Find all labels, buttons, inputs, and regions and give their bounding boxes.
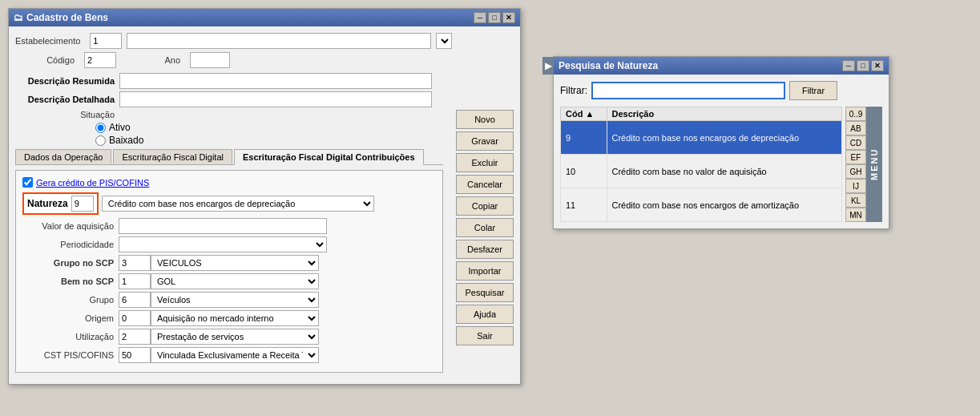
origem-num[interactable] (119, 310, 151, 326)
grupo-num[interactable] (119, 292, 151, 308)
natureza-row: Natureza Crédito com base nos encargos d… (22, 192, 436, 215)
letter-ab[interactable]: AB (845, 121, 866, 135)
desc-resumida-input[interactable]: VEÍCULO UTILITÁRIO (119, 73, 432, 89)
table-row[interactable]: 9 Crédito com base nos encargos de depre… (561, 121, 842, 155)
radio-group: Ativo Baixado (95, 122, 443, 146)
cancelar-btn[interactable]: Cancelar (456, 175, 514, 194)
grupo-row: Grupo Veículos (22, 292, 436, 308)
tab-dados-operacao[interactable]: Dados da Operação (15, 149, 111, 164)
letter-ij[interactable]: IJ (845, 179, 866, 193)
tab-efd[interactable]: Escrituração Fiscal Digital (113, 149, 232, 164)
code-input[interactable] (84, 52, 116, 68)
grupo-scp-row: Grupo no SCP VEICULOS (22, 255, 436, 271)
excluir-btn[interactable]: Excluir (456, 153, 514, 172)
table-area: Cód ▲ Descrição 9 Crédito com base nos e… (560, 107, 882, 222)
grupo-scp-label: Grupo no SCP (22, 258, 119, 268)
table-row[interactable]: 11 Crédito com base nos encargos de amor… (561, 188, 842, 222)
natureza-select[interactable]: Crédito com base nos encargos de depreci… (102, 196, 374, 212)
cst-num[interactable] (119, 347, 151, 363)
row-cod: 11 (561, 188, 607, 222)
table-row[interactable]: 10 Crédito com base no valor de aquisiçã… (561, 155, 842, 188)
copiar-btn[interactable]: Copiar (456, 196, 514, 216)
year-label: Ano (121, 55, 185, 65)
code-row: Código Ano 2006 (15, 52, 514, 68)
natureza-label: Natureza (27, 198, 68, 209)
search-title-bar: Pesquisa de Natureza ─ □ ✕ (554, 57, 889, 75)
piscofins-row: Gera crédito de PIS/COFINS (22, 177, 436, 188)
letter-ef[interactable]: EF (845, 150, 866, 164)
window-icon: 🗂 (14, 12, 23, 23)
desfazer-btn[interactable]: Desfazer (456, 240, 514, 259)
main-content: Estabelecimento AO3 TECH SOFTWARE Código… (9, 26, 520, 384)
radio-baixado-label: Baixado (109, 135, 143, 146)
letter-kl[interactable]: KL (845, 193, 866, 208)
pesquisar-btn[interactable]: Pesquisar (456, 283, 514, 302)
grupo-scp-select[interactable]: VEICULOS (151, 255, 319, 271)
minimize-btn[interactable]: ─ (474, 12, 486, 23)
maximize-btn[interactable]: □ (488, 12, 501, 23)
letter-mn[interactable]: MN (845, 208, 866, 222)
natureza-input[interactable] (71, 196, 94, 212)
utilizacao-num[interactable] (119, 329, 151, 345)
grupo-scp-num[interactable] (119, 255, 151, 271)
desc-detalhada-row: Descrição Detalhada VEÍCULO UTILITÁRIO B… (15, 91, 514, 107)
gravar-btn[interactable]: Gravar (456, 131, 514, 151)
grupo-select[interactable]: Veículos (151, 292, 319, 308)
origem-select[interactable]: Aquisição no mercado interno (151, 310, 319, 326)
menu-tab[interactable]: MENU (866, 107, 882, 222)
tab-efd-contribuicoes[interactable]: Escrituração Fiscal Digital Contribuiçõe… (234, 149, 424, 165)
importar-btn[interactable]: Importar (456, 261, 514, 281)
search-title-controls: ─ □ ✕ (842, 60, 884, 71)
letter-cd[interactable]: CD (845, 135, 866, 150)
tabs-row: Dados da Operação Escrituração Fiscal Di… (15, 149, 443, 165)
valor-aquisicao-input[interactable] (119, 218, 327, 234)
situacao-label: Situação (15, 110, 119, 119)
desc-resumida-label: Descrição Resumida (15, 76, 119, 86)
search-minimize-btn[interactable]: ─ (842, 60, 855, 71)
desc-detalhada-input[interactable]: VEÍCULO UTILITÁRIO BRANCO ANO 2005/2006 (119, 91, 432, 107)
row-desc: Crédito com base nos encargos de amortiz… (607, 188, 841, 222)
desc-detalhada-label: Descrição Detalhada (15, 95, 119, 104)
periodicidade-label: Periodicidade (22, 240, 119, 249)
search-content: Filtrar: Filtrar Cód ▲ Descrição 9 Crédi… (554, 75, 889, 228)
year-input[interactable]: 2006 (190, 52, 230, 68)
ajuda-btn[interactable]: Ajuda (456, 305, 514, 324)
establishment-label: Estabelecimento (15, 36, 85, 46)
filter-btn[interactable]: Filtrar (789, 81, 837, 100)
situacao-row: Situação (15, 110, 443, 119)
bem-scp-num[interactable] (119, 273, 151, 289)
close-btn[interactable]: ✕ (502, 12, 515, 23)
establishment-name-input[interactable]: AO3 TECH SOFTWARE (127, 33, 431, 49)
main-window-title: Cadastro de Bens (26, 12, 108, 23)
cst-row: CST PIS/COFINS Vinculada Exclusivamente … (22, 347, 436, 363)
search-results-table: Cód ▲ Descrição 9 Crédito com base nos e… (560, 107, 842, 222)
novo-btn[interactable]: Novo (456, 110, 514, 129)
radio-ativo-input[interactable] (95, 123, 106, 133)
piscofins-checkbox[interactable] (22, 177, 33, 188)
periodicidade-row: Periodicidade (22, 236, 436, 252)
row-cod: 10 (561, 155, 607, 188)
establishment-input[interactable] (90, 33, 122, 49)
letter-gh[interactable]: GH (845, 164, 866, 179)
sair-btn[interactable]: Sair (456, 326, 514, 345)
radio-baixado-input[interactable] (95, 135, 106, 146)
utilizacao-select[interactable]: Prestação de serviços (151, 329, 319, 345)
periodicidade-select[interactable] (119, 236, 327, 252)
bem-scp-label: Bem no SCP (22, 277, 119, 286)
establishment-dropdown[interactable] (436, 33, 452, 49)
bem-scp-row: Bem no SCP GOL (22, 273, 436, 289)
radio-ativo-label: Ativo (109, 122, 131, 133)
utilizacao-row: Utilização Prestação de serviços (22, 329, 436, 345)
search-close-btn[interactable]: ✕ (871, 60, 884, 71)
bem-scp-select[interactable]: GOL (151, 273, 319, 289)
colar-btn[interactable]: Colar (456, 218, 514, 237)
filter-input[interactable] (592, 83, 784, 99)
cst-label: CST PIS/COFINS (22, 350, 119, 360)
cst-select[interactable]: Vinculada Exclusivamente a Receita Tribu… (151, 347, 319, 363)
form-area: Situação Ativo Baixado Dados da Operação (15, 110, 443, 378)
valor-aquisicao-label: Valor de aquisição (22, 221, 119, 231)
filter-row: Filtrar: Filtrar (560, 81, 882, 100)
side-letters: 0..9 AB CD EF GH IJ KL MN (845, 107, 866, 222)
letter-09[interactable]: 0..9 (845, 107, 866, 121)
search-maximize-btn[interactable]: □ (857, 60, 869, 71)
